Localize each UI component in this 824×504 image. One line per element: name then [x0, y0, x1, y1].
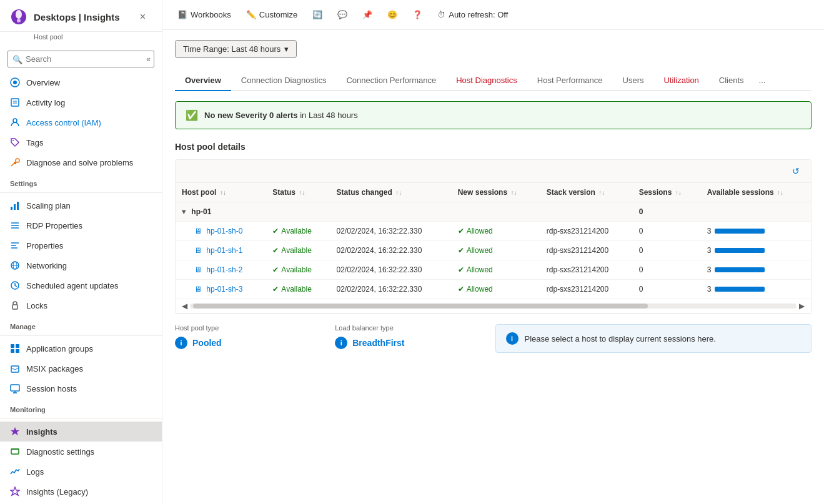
bar-1: [715, 248, 765, 253]
help-button[interactable]: ❓: [407, 7, 427, 22]
customize-label: Customize: [259, 10, 297, 19]
collapse-icon[interactable]: «: [146, 55, 151, 64]
col-sessions[interactable]: Sessions ↑↓: [633, 183, 701, 202]
sidebar-item-activity-log[interactable]: Activity log: [0, 92, 162, 112]
sidebar-item-locks-label: Locks: [26, 301, 47, 310]
settings-nav: Scaling plan RDP Properties Properties N…: [0, 195, 162, 315]
sidebar-item-rdp-properties[interactable]: RDP Properties: [0, 215, 162, 235]
col-available-sessions[interactable]: Available sessions ↑↓: [701, 183, 811, 202]
settings-section-label: Settings: [0, 172, 162, 190]
tab-connection-diagnostics[interactable]: Connection Diagnostics: [231, 71, 337, 91]
tab-connection-performance[interactable]: Connection Performance: [336, 71, 446, 91]
sidebar-item-access-control[interactable]: Access control (IAM): [0, 112, 162, 132]
row-3-name: 🖥 hp-01-sh-3: [176, 280, 266, 299]
main-nav: Overview Activity log Access control (IA…: [0, 72, 162, 172]
sidebar-item-diagnose[interactable]: Diagnose and solve problems: [0, 152, 162, 172]
sidebar-item-scaling-plan[interactable]: Scaling plan: [0, 195, 162, 215]
sidebar-item-activity-log-label: Activity log: [26, 98, 65, 107]
workbooks-button[interactable]: 📓 Workbooks: [172, 7, 236, 22]
table-scrollbar-row: ◀ ▶: [176, 299, 811, 314]
time-range-button[interactable]: Time Range: Last 48 hours ▾: [175, 40, 297, 58]
svg-rect-29: [11, 349, 14, 353]
monitoring-nav: Insights Diagnostic settings Logs Insigh…: [0, 422, 162, 502]
pin-button[interactable]: 📌: [357, 7, 377, 22]
toolbar-left: 📓 Workbooks ✏️ Customize 🔄 💬 📌 😊 ❓: [172, 7, 513, 22]
svg-point-9: [12, 140, 14, 141]
tab-clients[interactable]: Clients: [709, 71, 754, 91]
load-balancer-info-icon: i: [335, 337, 347, 349]
svg-point-2: [17, 19, 21, 22]
sidebar-item-msix-packages[interactable]: MSIX packages: [0, 358, 162, 378]
close-button[interactable]: ×: [134, 7, 152, 26]
search-input[interactable]: [7, 51, 154, 67]
col-host-pool[interactable]: Host pool ↑↓: [176, 183, 266, 202]
row-3-link[interactable]: hp-01-sh-3: [206, 285, 242, 294]
row-3-sessions: 0: [633, 280, 701, 299]
sort-icon-status-changed: ↑↓: [395, 189, 402, 196]
sidebar-item-app-groups-label: Application groups: [26, 344, 93, 353]
help-icon: ❓: [412, 10, 422, 19]
tab-users[interactable]: Users: [613, 71, 654, 91]
sidebar-item-networking[interactable]: Networking: [0, 255, 162, 275]
auto-refresh-button[interactable]: ⏱ Auto refresh: Off: [432, 7, 513, 22]
sidebar-item-session-hosts[interactable]: Session hosts: [0, 378, 162, 398]
sidebar-item-scheduled-updates[interactable]: Scheduled agent updates: [0, 275, 162, 295]
host-pool-section: Host pool details ↺ Host pool ↑↓ Statu: [175, 142, 812, 353]
sessions-info-panel: i Please select a host to display curren…: [495, 324, 812, 353]
sidebar-item-locks[interactable]: Locks: [0, 295, 162, 315]
sidebar-item-app-groups[interactable]: Application groups: [0, 338, 162, 358]
overview-icon: [10, 77, 20, 87]
status-icon-1: Available: [272, 246, 324, 255]
tab-more-button[interactable]: ...: [754, 71, 771, 90]
sidebar-item-diagnostic-settings[interactable]: Diagnostic settings: [0, 442, 162, 462]
sidebar-item-logs[interactable]: Logs: [0, 462, 162, 482]
feedback-button[interactable]: 💬: [332, 7, 352, 22]
refresh-button[interactable]: 🔄: [307, 7, 327, 22]
row-0-link[interactable]: hp-01-sh-0: [206, 227, 242, 235]
sidebar-item-insights-legacy[interactable]: Insights (Legacy): [0, 482, 162, 502]
sidebar-item-diagnose-label: Diagnose and solve problems: [26, 158, 133, 167]
chevron-down-icon: ▾: [284, 44, 289, 54]
row-2-link[interactable]: hp-01-sh-2: [206, 265, 242, 274]
pin-icon: 📌: [362, 10, 372, 19]
tab-host-diagnostics[interactable]: Host Diagnostics: [446, 71, 527, 91]
sort-icon-host-pool: ↑↓: [220, 189, 226, 196]
sidebar-item-insights[interactable]: Insights: [0, 422, 162, 442]
host-pool-table: Host pool ↑↓ Status ↑↓ Status changed ↑↓: [176, 183, 811, 314]
col-stack-version[interactable]: Stack version ↑↓: [540, 183, 633, 202]
sidebar-item-scaling-plan-label: Scaling plan: [26, 201, 71, 210]
tabs-container: Overview Connection Diagnostics Connecti…: [175, 71, 812, 91]
scrollbar-thumb: [193, 304, 648, 309]
svg-point-1: [16, 10, 22, 19]
tab-utilization[interactable]: Utilization: [653, 71, 708, 91]
col-status[interactable]: Status ↑↓: [266, 183, 330, 202]
svg-rect-5: [11, 99, 19, 106]
col-new-sessions[interactable]: New sessions ↑↓: [452, 183, 540, 202]
sidebar-item-properties-label: Properties: [26, 241, 63, 250]
host-pool-type-label: Host pool type: [175, 324, 322, 332]
tab-overview[interactable]: Overview: [175, 71, 231, 91]
row-1-link[interactable]: hp-01-sh-1: [206, 246, 242, 255]
row-3-available-sessions: 3: [701, 280, 811, 299]
expand-icon[interactable]: ▾: [182, 207, 186, 216]
smiley-button[interactable]: 😊: [382, 7, 402, 22]
row-3-new-sessions: Allowed: [452, 280, 540, 299]
row-0-status-changed: 02/02/2024, 16:32:22.330: [330, 222, 452, 241]
sidebar: Desktops | Insights × Host pool 🔍 « Over…: [0, 0, 162, 504]
alert-check-icon: ✅: [186, 109, 198, 121]
svg-point-8: [13, 119, 17, 122]
scroll-right-icon[interactable]: ▶: [799, 302, 805, 310]
scroll-left-icon[interactable]: ◀: [182, 302, 187, 310]
svg-rect-15: [17, 202, 19, 210]
scrollbar-track[interactable]: [190, 304, 797, 309]
sidebar-item-overview[interactable]: Overview: [0, 72, 162, 92]
sidebar-item-scheduled-updates-label: Scheduled agent updates: [26, 281, 118, 290]
sidebar-item-tags[interactable]: Tags: [0, 132, 162, 152]
row-0-status: Available: [266, 222, 330, 241]
tab-host-performance[interactable]: Host Performance: [527, 71, 613, 91]
col-status-changed[interactable]: Status changed ↑↓: [330, 183, 452, 202]
svg-marker-38: [11, 487, 19, 495]
customize-button[interactable]: ✏️ Customize: [241, 7, 302, 22]
sidebar-item-properties[interactable]: Properties: [0, 235, 162, 255]
table-refresh-button[interactable]: ↺: [788, 165, 803, 177]
